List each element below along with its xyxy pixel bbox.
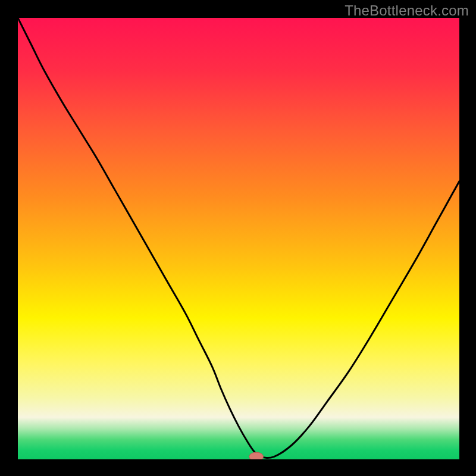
- chart-frame: { "watermark": "TheBottleneck.com", "col…: [0, 0, 476, 476]
- bottleneck-chart: [0, 0, 476, 476]
- watermark-text: TheBottleneck.com: [345, 2, 469, 19]
- gradient-background: [18, 18, 459, 459]
